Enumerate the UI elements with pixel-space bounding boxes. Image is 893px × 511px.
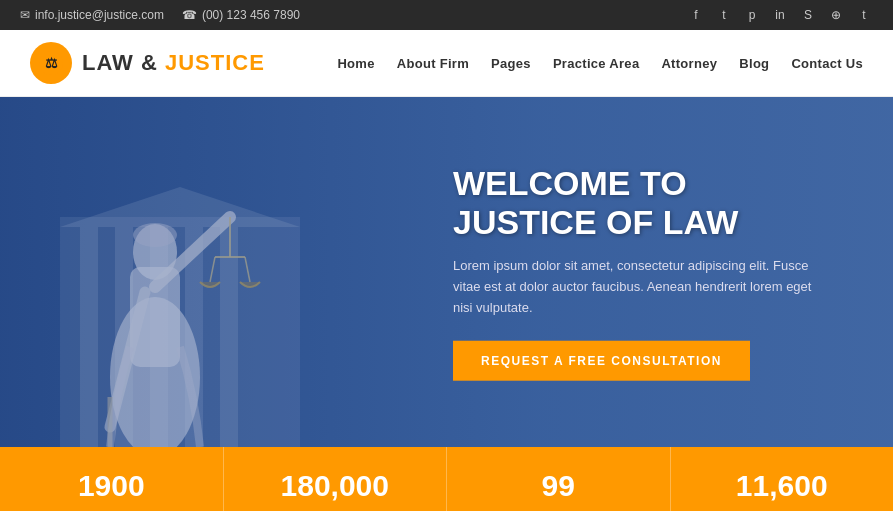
- consultation-button[interactable]: REQUEST A FREE CONSULTATION: [453, 340, 750, 380]
- nav-contact[interactable]: Contact Us: [791, 56, 863, 71]
- stat-cases: 99 SUCCESSFUL CASES: [447, 447, 671, 511]
- nav-blog[interactable]: Blog: [739, 56, 769, 71]
- logo-text: LAW & JUSTICE: [82, 50, 265, 76]
- email-info: ✉ info.justice@justice.com: [20, 8, 164, 22]
- linkedin-link[interactable]: in: [771, 6, 789, 24]
- top-bar: ✉ info.justice@justice.com ☎ (00) 123 45…: [0, 0, 893, 30]
- logo[interactable]: ⚖ LAW & JUSTICE: [30, 42, 265, 84]
- pinterest-link[interactable]: p: [743, 6, 761, 24]
- svg-rect-7: [220, 227, 238, 447]
- stat-number-injury: 11,600: [681, 469, 884, 503]
- svg-marker-8: [60, 187, 300, 227]
- skype-link[interactable]: S: [799, 6, 817, 24]
- rss-link[interactable]: ⊕: [827, 6, 845, 24]
- stat-trusted-clients: 1900 TRUSTED CLIENTS: [0, 447, 224, 511]
- logo-icon: ⚖: [30, 42, 72, 84]
- nav-about[interactable]: About Firm: [397, 56, 469, 71]
- nav-home[interactable]: Home: [337, 56, 374, 71]
- top-bar-contact: ✉ info.justice@justice.com ☎ (00) 123 45…: [20, 8, 300, 22]
- hero-content: WELCOME TO JUSTICE OF LAW Lorem ipsum do…: [453, 164, 833, 381]
- phone-icon: ☎: [182, 8, 197, 22]
- scales-icon: ⚖: [38, 50, 64, 76]
- nav-pages[interactable]: Pages: [491, 56, 531, 71]
- main-nav: Home About Firm Pages Practice Area Atto…: [337, 56, 863, 71]
- statue-image: [0, 97, 340, 447]
- nav-attorney[interactable]: Attorney: [661, 56, 717, 71]
- hero-title: WELCOME TO JUSTICE OF LAW: [453, 164, 833, 242]
- phone-info: ☎ (00) 123 456 7890: [182, 8, 300, 22]
- svg-point-12: [133, 223, 177, 247]
- twitter-link[interactable]: t: [715, 6, 733, 24]
- tumblr-link[interactable]: t: [855, 6, 873, 24]
- social-links[interactable]: f t p in S ⊕ t: [687, 6, 873, 24]
- nav-practice[interactable]: Practice Area: [553, 56, 640, 71]
- svg-text:⚖: ⚖: [45, 55, 58, 71]
- stat-number-cases: 99: [457, 469, 660, 503]
- stats-bar: 1900 TRUSTED CLIENTS 180,000 RECOVER FOR…: [0, 447, 893, 511]
- hero-subtitle: Lorem ipsum dolor sit amet, consectetur …: [453, 256, 833, 318]
- stat-injury: 11,600 PERSONAL INJURY CASES: [671, 447, 894, 511]
- stat-number-clients: 1900: [10, 469, 213, 503]
- header: ⚖ LAW & JUSTICE Home About Firm Pages Pr…: [0, 30, 893, 97]
- hero-section: WELCOME TO JUSTICE OF LAW Lorem ipsum do…: [0, 97, 893, 447]
- stat-number-recover: 180,000: [234, 469, 437, 503]
- facebook-link[interactable]: f: [687, 6, 705, 24]
- email-icon: ✉: [20, 8, 30, 22]
- stat-recover: 180,000 RECOVER FOR OUR CLIENTS: [224, 447, 448, 511]
- svg-rect-3: [80, 227, 98, 447]
